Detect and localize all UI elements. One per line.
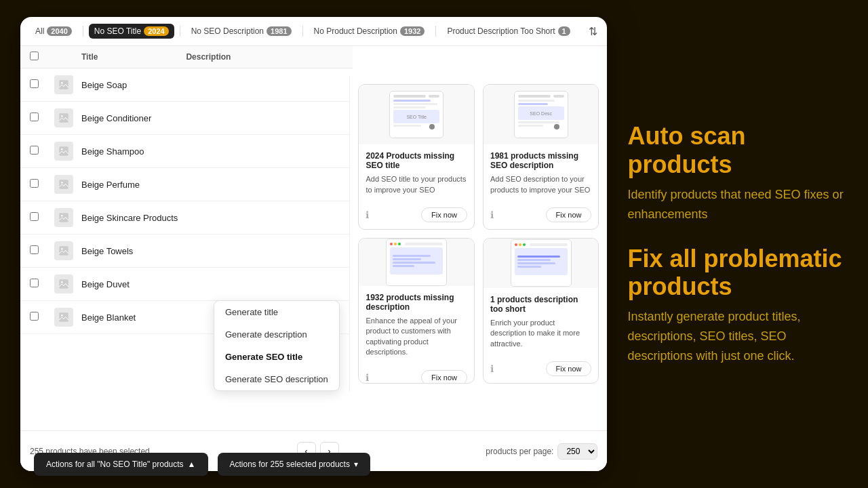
row-title-7: Beige Blanket <box>81 312 186 323</box>
fix-now-btn-title[interactable]: Fix now <box>421 207 467 222</box>
filter-tab-no-seo-title[interactable]: No SEO Title 2024 <box>89 24 174 39</box>
card-title-desc-short: 1 products description too short <box>490 295 592 314</box>
table-row: Beige Perfume <box>20 168 353 201</box>
row-image-placeholder-4 <box>54 208 73 227</box>
card-title-seo-desc: 1981 products missing SEO description <box>490 151 592 170</box>
description-column-header: Description <box>186 52 343 62</box>
main-container: All 2040 No SEO Title 2024 No SEO Descri… <box>0 0 868 488</box>
row-image-placeholder-5 <box>54 241 73 260</box>
card-desc-prod-desc: Enhance the appeal of your product to cu… <box>366 316 467 358</box>
svg-point-9 <box>61 215 63 217</box>
card-content-seo-desc: 1981 products missing SEO description Ad… <box>484 144 599 207</box>
filter-no-seo-title-count: 2024 <box>144 26 168 36</box>
svg-point-13 <box>61 281 63 283</box>
card-desc-seo-title: Add SEO title to your products to improv… <box>366 174 467 195</box>
filter-all-label: All <box>35 26 44 36</box>
table-row: Beige Duvet <box>20 268 353 301</box>
table-row: Beige Conditioner <box>20 102 353 135</box>
fix-now-btn-seo-desc[interactable]: Fix now <box>546 207 592 222</box>
filter-all-count: 2040 <box>47 26 71 36</box>
selected-products-action-label: Actions for 255 selected products <box>230 460 350 469</box>
row-title-1: Beige Conditioner <box>81 113 186 123</box>
row-image-placeholder-6 <box>54 274 73 293</box>
svg-rect-2 <box>59 113 68 122</box>
row-title-5: Beige Towels <box>81 246 186 256</box>
table-row: Beige Towels <box>20 235 353 268</box>
filter-no-seo-title-label: No SEO Title <box>94 26 141 36</box>
filter-no-seo-desc-label: No SEO Description <box>191 26 264 36</box>
dropdown-item-generate-desc[interactable]: Generate description <box>214 323 339 346</box>
fix-now-btn-desc-short[interactable]: Fix now <box>546 361 592 376</box>
select-all-checkbox[interactable] <box>30 52 39 60</box>
selected-products-action-chevron: ▾ <box>354 460 358 469</box>
row-checkbox-6[interactable] <box>30 279 39 287</box>
table-row: Beige Soap <box>20 68 353 102</box>
filter-separator-3 <box>302 26 303 37</box>
card-preview-prod-desc <box>359 239 474 286</box>
cards-overlay: SEO Title 2024 Products missing SEO titl… <box>349 76 607 392</box>
filter-bar: All 2040 No SEO Title 2024 No SEO Descri… <box>20 17 607 46</box>
card-content-title: 2024 Products missing SEO title Add SEO … <box>359 144 474 207</box>
card-footer-desc-short: ℹ Fix now <box>484 361 599 383</box>
dropdown-menu: Generate title Generate description Gene… <box>214 300 340 391</box>
svg-rect-8 <box>59 213 68 222</box>
card-content-prod-desc: 1932 products missing description Enhanc… <box>359 286 474 370</box>
per-page-label: products per page: <box>486 447 553 456</box>
filter-tab-no-seo-desc[interactable]: No SEO Description 1981 <box>186 24 297 39</box>
card-desc-desc-short: Enrich your product description to make … <box>490 318 592 349</box>
info-icon-prod-desc: ℹ <box>366 372 369 383</box>
svg-rect-10 <box>59 246 68 255</box>
svg-rect-14 <box>59 312 68 321</box>
filter-separator-4 <box>435 26 436 37</box>
filter-tab-all[interactable]: All 2040 <box>30 24 77 39</box>
seo-card-prod-desc: 1932 products missing description Enhanc… <box>358 238 475 384</box>
row-image-placeholder-7 <box>54 308 73 327</box>
card-title-prod-desc: 1932 products missing description <box>366 293 467 312</box>
card-preview-desc-short <box>484 239 599 288</box>
svg-point-11 <box>61 248 63 250</box>
row-checkbox-0[interactable] <box>30 79 39 88</box>
filter-no-seo-desc-count: 1981 <box>267 26 291 36</box>
row-checkbox-5[interactable] <box>30 245 39 254</box>
dropdown-item-generate-seo-title[interactable]: Generate SEO title <box>214 346 339 368</box>
filter-no-product-desc-label: No Product Description <box>314 26 397 36</box>
table-row: Beige Skincare Products <box>20 201 353 235</box>
table-rows-container: Beige Soap Beige Conditioner Bei <box>20 68 353 334</box>
bottom-action-buttons: Actions for all "No SEO Title" products … <box>34 453 370 476</box>
all-products-action-chevron: ▲ <box>188 460 196 469</box>
all-products-action-btn[interactable]: Actions for all "No SEO Title" products … <box>34 453 208 476</box>
row-checkbox-7[interactable] <box>30 312 39 321</box>
svg-point-15 <box>61 314 63 317</box>
row-checkbox-2[interactable] <box>30 146 39 155</box>
row-checkbox-1[interactable] <box>30 113 39 121</box>
card-title-seo-title: 2024 Products missing SEO title <box>366 151 467 170</box>
filter-separator-1 <box>83 26 83 37</box>
info-icon-seo-desc: ℹ <box>490 209 494 220</box>
row-checkbox-4[interactable] <box>30 212 39 221</box>
dropdown-item-generate-seo-desc[interactable]: Generate SEO description <box>214 368 339 390</box>
right-section-2: Fix all problematic products Instantly g… <box>627 245 848 366</box>
right-heading-1: Auto scan products <box>627 122 848 178</box>
selected-products-action-btn[interactable]: Actions for 255 selected products ▾ <box>218 453 370 476</box>
svg-point-1 <box>61 82 63 84</box>
right-subtext-1: Identify products that need SEO fixes or… <box>627 185 848 224</box>
filter-tab-desc-too-short[interactable]: Product Description Too Short 1 <box>441 24 575 39</box>
info-icon-title: ℹ <box>366 209 369 220</box>
app-window: All 2040 No SEO Title 2024 No SEO Descri… <box>20 17 607 471</box>
dropdown-item-generate-title[interactable]: Generate title <box>214 301 339 323</box>
seo-card-title: SEO Title 2024 Products missing SEO titl… <box>358 84 475 230</box>
svg-rect-0 <box>59 80 68 89</box>
right-section-1: Auto scan products Identify products tha… <box>627 122 848 224</box>
sort-button[interactable]: ⇅ <box>589 25 597 38</box>
fix-now-btn-prod-desc[interactable]: Fix now <box>421 370 467 384</box>
row-image-placeholder-1 <box>54 108 73 127</box>
per-page-select[interactable]: 250 100 50 <box>557 443 597 460</box>
right-panel: Auto scan products Identify products tha… <box>620 122 848 366</box>
row-checkbox-3[interactable] <box>30 179 39 188</box>
seo-card-desc-short: 1 products description too short Enrich … <box>483 238 599 384</box>
card-preview-title: SEO Title <box>359 85 474 144</box>
right-heading-2: Fix all problematic products <box>627 245 848 301</box>
filter-tab-no-product-desc[interactable]: No Product Description 1932 <box>309 24 431 39</box>
info-icon-desc-short: ℹ <box>490 363 494 374</box>
filter-no-product-desc-count: 1932 <box>400 26 425 36</box>
